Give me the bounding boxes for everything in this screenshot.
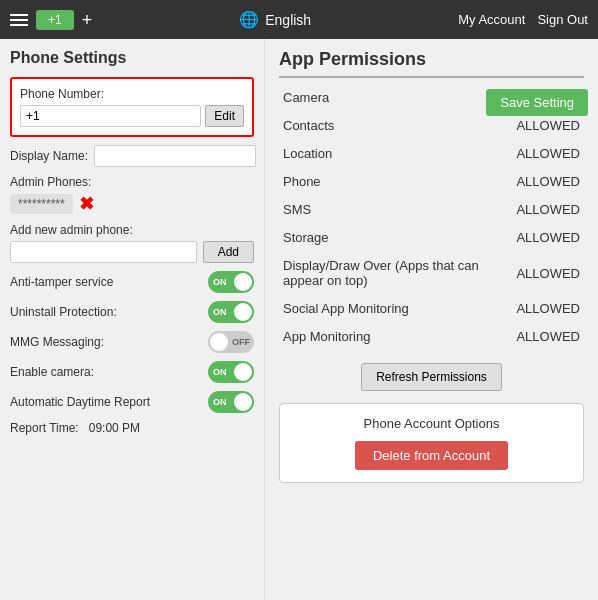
globe-icon: 🌐 xyxy=(239,10,259,29)
toggle-label-4: Automatic Daytime Report xyxy=(10,395,150,409)
permission-row-6: Display/Draw Over (Apps that can appear … xyxy=(279,252,584,295)
permission-row-4: SMSALLOWED xyxy=(279,196,584,224)
my-account-link[interactable]: My Account xyxy=(458,12,525,27)
phone-account-box: Phone Account Options Delete from Accoun… xyxy=(279,403,584,483)
permission-status-6: ALLOWED xyxy=(512,252,584,295)
language-label: English xyxy=(265,12,311,28)
display-name-row: Display Name: xyxy=(10,145,254,167)
toggle-row-0: Anti-tamper serviceON xyxy=(10,271,254,293)
permission-name-8: App Monitoring xyxy=(279,323,512,351)
phone-badge[interactable]: +1 xyxy=(36,10,74,30)
permission-name-4: SMS xyxy=(279,196,512,224)
permission-status-8: ALLOWED xyxy=(512,323,584,351)
toggle-row-1: Uninstall Protection:ON xyxy=(10,301,254,323)
delete-from-account-button[interactable]: Delete from Account xyxy=(355,441,508,470)
permission-name-5: Storage xyxy=(279,224,512,252)
phone-number-row: Edit xyxy=(20,105,244,127)
toggle-label-1: Uninstall Protection: xyxy=(10,305,117,319)
add-admin-phone-input[interactable] xyxy=(10,241,197,263)
permissions-table: CameraALLOWEDContactsALLOWEDLocationALLO… xyxy=(279,84,584,351)
display-name-label: Display Name: xyxy=(10,149,88,163)
report-time-label: Report Time: xyxy=(10,421,79,435)
toggle-knob-3 xyxy=(234,363,252,381)
left-panel: Phone Settings Phone Number: Edit Displa… xyxy=(0,39,265,600)
phone-account-title: Phone Account Options xyxy=(292,416,571,431)
refresh-permissions-button[interactable]: Refresh Permissions xyxy=(361,363,502,391)
admin-phones-label: Admin Phones: xyxy=(10,175,254,189)
toggle-row-4: Automatic Daytime ReportON xyxy=(10,391,254,413)
permission-status-4: ALLOWED xyxy=(512,196,584,224)
phone-number-box: Phone Number: Edit xyxy=(10,77,254,137)
toggle-label-2: MMG Messaging: xyxy=(10,335,104,349)
permission-name-2: Location xyxy=(279,140,512,168)
permission-name-3: Phone xyxy=(279,168,512,196)
toggle-text-2: OFF xyxy=(232,337,250,347)
toggle-text-3: ON xyxy=(213,367,227,377)
add-phone-button[interactable]: + xyxy=(82,11,93,29)
permission-status-2: ALLOWED xyxy=(512,140,584,168)
permission-row-7: Social App MonitoringALLOWED xyxy=(279,295,584,323)
toggle-text-0: ON xyxy=(213,277,227,287)
permission-status-3: ALLOWED xyxy=(512,168,584,196)
toggle-1[interactable]: ON xyxy=(208,301,254,323)
add-admin-label: Add new admin phone: xyxy=(10,223,254,237)
add-admin-row: Add new admin phone: Add xyxy=(10,223,254,263)
toggle-label-0: Anti-tamper service xyxy=(10,275,113,289)
phone-number-label: Phone Number: xyxy=(20,87,244,101)
report-time-value: 09:00 PM xyxy=(89,421,140,435)
toggle-0[interactable]: ON xyxy=(208,271,254,293)
delete-admin-phone-icon[interactable]: ✖ xyxy=(79,193,94,215)
permission-row-3: PhoneALLOWED xyxy=(279,168,584,196)
report-time-row: Report Time: 09:00 PM xyxy=(10,421,254,435)
toggle-text-1: ON xyxy=(213,307,227,317)
nav-left: +1 + xyxy=(10,10,92,30)
language-selector[interactable]: 🌐 English xyxy=(239,10,311,29)
toggle-4[interactable]: ON xyxy=(208,391,254,413)
toggle-text-4: ON xyxy=(213,397,227,407)
permission-name-0: Camera xyxy=(279,84,512,112)
toggle-2[interactable]: OFF xyxy=(208,331,254,353)
permission-row-8: App MonitoringALLOWED xyxy=(279,323,584,351)
permission-status-5: ALLOWED xyxy=(512,224,584,252)
main-content: Phone Settings Phone Number: Edit Displa… xyxy=(0,39,598,600)
phone-number-input[interactable] xyxy=(20,105,201,127)
permission-name-6: Display/Draw Over (Apps that can appear … xyxy=(279,252,512,295)
add-admin-inputs: Add xyxy=(10,241,254,263)
page-title: Phone Settings xyxy=(10,49,254,67)
hamburger-menu[interactable] xyxy=(10,14,28,26)
toggle-knob-2 xyxy=(210,333,228,351)
toggle-knob-4 xyxy=(234,393,252,411)
right-panel: App Permissions CameraALLOWEDContactsALL… xyxy=(265,39,598,600)
edit-button[interactable]: Edit xyxy=(205,105,244,127)
toggle-row-3: Enable camera:ON xyxy=(10,361,254,383)
sign-out-link[interactable]: Sign Out xyxy=(537,12,588,27)
permission-name-7: Social App Monitoring xyxy=(279,295,512,323)
toggle-3[interactable]: ON xyxy=(208,361,254,383)
admin-phone-entry: ********** ✖ xyxy=(10,193,254,215)
section-title: App Permissions xyxy=(279,49,584,78)
add-admin-button[interactable]: Add xyxy=(203,241,254,263)
toggle-knob-0 xyxy=(234,273,252,291)
permission-row-5: StorageALLOWED xyxy=(279,224,584,252)
display-name-input[interactable] xyxy=(94,145,256,167)
permission-status-7: ALLOWED xyxy=(512,295,584,323)
nav-right: My Account Sign Out xyxy=(458,12,588,27)
save-setting-button[interactable]: Save Setting xyxy=(486,89,588,116)
toggle-label-3: Enable camera: xyxy=(10,365,94,379)
permission-name-1: Contacts xyxy=(279,112,512,140)
toggle-knob-1 xyxy=(234,303,252,321)
admin-phone-value: ********** xyxy=(10,194,73,214)
permission-row-2: LocationALLOWED xyxy=(279,140,584,168)
toggles-container: Anti-tamper serviceONUninstall Protectio… xyxy=(10,271,254,413)
toggle-row-2: MMG Messaging:OFF xyxy=(10,331,254,353)
top-nav: +1 + 🌐 English My Account Sign Out xyxy=(0,0,598,39)
